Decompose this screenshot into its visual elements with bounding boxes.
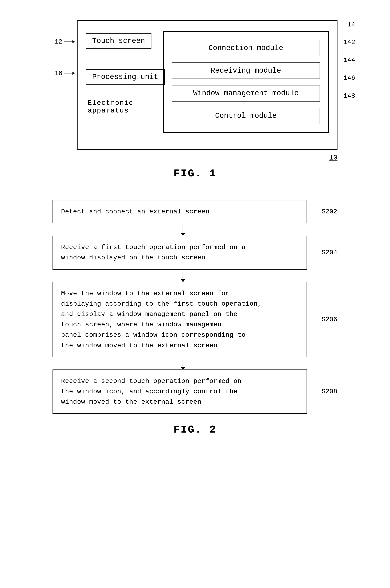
right-refs: 142 144 146 148 [343, 31, 355, 105]
ref-10: 10 [52, 154, 338, 162]
flow-ref-s208: — S208 [313, 388, 338, 395]
fig1-diagram: Touch screen Processing unit Electronic … [52, 20, 338, 180]
ref-16-label: 16 [54, 70, 62, 77]
fig1-left-components: Touch screen Processing unit Electronic … [86, 31, 151, 133]
fig1-caption: FIG. 1 [52, 168, 338, 180]
flow-arrow-1 [40, 224, 325, 236]
flow-step-s204: Receive a first touch operation performe… [52, 236, 338, 269]
flow-box-s202: Detect and connect an external screen [52, 200, 307, 224]
electronic-apparatus-box: Touch screen Processing unit Electronic … [77, 20, 338, 150]
vertical-connector [98, 55, 98, 63]
ref-148: 148 [343, 87, 355, 105]
ref-16-row: 16 [54, 63, 75, 84]
flow-text-s208: Receive a second touch operation perform… [61, 377, 242, 406]
flow-step-s208: Receive a second touch operation perform… [52, 369, 338, 414]
arrow-line-1 [183, 226, 183, 233]
flow-text-s204: Receive a first touch operation performe… [61, 244, 245, 262]
ref-146: 146 [343, 69, 355, 87]
flow-box-s206: Move the window to the external screen f… [52, 282, 307, 357]
flow-box-s208: Receive a second touch operation perform… [52, 369, 307, 414]
connection-module-box: Connection module [172, 40, 320, 56]
control-module-box: Control module [172, 108, 320, 124]
flow-ref-s202: — S202 [313, 208, 338, 216]
flow-ref-s204: — S204 [313, 249, 338, 256]
flow-box-s204: Receive a first touch operation performe… [52, 236, 307, 269]
flow-arrow-2 [40, 270, 325, 282]
flow-ref-s206: — S206 [313, 316, 338, 323]
flowchart: Detect and connect an external screen — … [52, 200, 338, 414]
flow-text-s206: Move the window to the external screen f… [61, 290, 262, 349]
receiving-module-box: Receiving module [172, 62, 320, 79]
arrow-line-2 [183, 271, 183, 280]
touch-screen-box: Touch screen [86, 33, 151, 49]
flow-step-s206: Move the window to the external screen f… [52, 282, 338, 357]
processing-unit-box: Processing unit [86, 69, 165, 85]
ref-14: 14 [347, 21, 355, 29]
fig1-right-wrapper: Connection module Receiving module Windo… [163, 31, 329, 133]
electronic-apparatus-label: Electronic apparatus [86, 99, 151, 115]
flow-arrow-3 [40, 357, 325, 369]
fig1-modules-box: Connection module Receiving module Windo… [163, 31, 329, 133]
left-refs: 12 16 [54, 20, 75, 84]
fig2-caption: FIG. 2 [52, 424, 338, 436]
ref-144: 144 [343, 51, 355, 69]
fig2-diagram: Detect and connect an external screen — … [52, 200, 338, 436]
ref-142: 142 [343, 33, 355, 51]
window-management-module-box: Window management module [172, 85, 320, 101]
ref-12-row: 12 [54, 31, 75, 53]
ref-12-label: 12 [54, 38, 62, 45]
flow-step-s202: Detect and connect an external screen — … [52, 200, 338, 224]
arrow-line-3 [183, 359, 183, 367]
